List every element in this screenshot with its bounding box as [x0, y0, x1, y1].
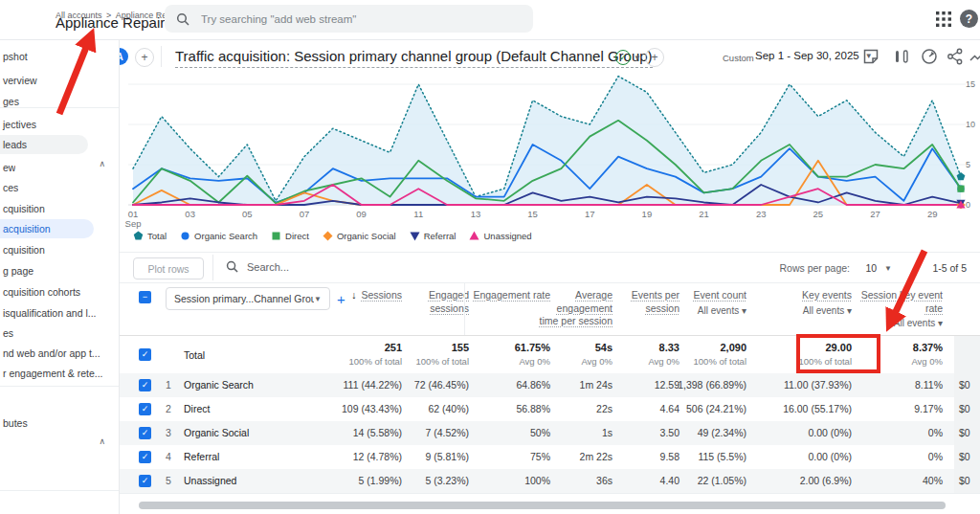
legend-item-direct[interactable]: Direct	[271, 231, 309, 241]
column-header-key-events[interactable]: Key eventsAll events ▾	[768, 289, 852, 317]
row-partial-cell: $0	[954, 445, 980, 469]
column-header-event-count[interactable]: Event countAll events ▾	[668, 289, 746, 317]
dimension-chevron-icon: ▼	[314, 295, 322, 303]
column-filter[interactable]: All events ▾	[668, 304, 746, 317]
help-icon[interactable]: ?	[960, 10, 978, 28]
dimension-selector[interactable]: Session primary...Channel Group) ▼	[166, 287, 330, 310]
rows-per-page-select[interactable]: 10 ▼	[865, 262, 892, 274]
circle-marker-icon	[180, 231, 190, 241]
row-channel-name[interactable]: Organic Search	[184, 373, 254, 397]
sidebar-item-ew[interactable]: ew	[0, 158, 15, 177]
search-icon	[176, 12, 189, 26]
column-filter[interactable]: All events ▾	[768, 304, 852, 317]
legend-label: Organic Search	[194, 231, 257, 241]
row-channel-name[interactable]: Organic Social	[184, 421, 249, 445]
sidebar-item-r-engagement-rete-[interactable]: r engagement & rete...	[0, 364, 102, 383]
add-report-button[interactable]: +	[135, 48, 154, 67]
column-header-sessions[interactable]: ↓ Sessions	[335, 289, 402, 302]
plot-rows-button[interactable]: Plot rows	[133, 257, 204, 279]
sidebar-item-g-page[interactable]: g page	[0, 261, 33, 280]
total-subtext: 100% of total	[746, 356, 852, 367]
apps-grid-icon[interactable]	[935, 11, 952, 28]
chevron-up-icon[interactable]: ∧	[99, 159, 105, 168]
legend-item-organic-social[interactable]: Organic Social	[323, 231, 396, 241]
column-header-engaged-sessions[interactable]: Engaged sessions	[410, 289, 469, 315]
row-channel-name[interactable]: Unassigned	[184, 469, 236, 493]
sort-descending-icon: ↓	[351, 289, 359, 301]
row-checkbox[interactable]: ✓	[139, 403, 151, 415]
row-channel-name[interactable]: Direct	[184, 397, 210, 421]
sidebar-item-cquisition[interactable]: cquisition	[0, 199, 45, 218]
row-checkbox[interactable]: ✓	[139, 379, 151, 391]
ga4-app: { "topbar": { "breadcrumb": {"root": "Al…	[0, 0, 980, 514]
row-partial-cell: $0	[954, 373, 980, 397]
sidebar-item-jectives[interactable]: jectives	[0, 115, 36, 134]
row-checkbox[interactable]: ✓	[139, 451, 151, 463]
legend-item-unassigned[interactable]: Unassigned	[469, 231, 531, 241]
horizontal-scrollbar[interactable]	[139, 502, 946, 509]
notes-icon[interactable]	[861, 47, 880, 66]
add-comparison-button[interactable]: +	[645, 48, 664, 67]
global-search[interactable]	[165, 5, 533, 33]
report-saved-check-icon[interactable]: ✓	[615, 50, 631, 65]
sidebar-item-acquisition[interactable]: acquisition	[0, 219, 94, 238]
sidebar-item-nd-web-and-or-app-t-[interactable]: nd web and/or app t...	[0, 344, 100, 363]
triangle-down-marker-icon	[410, 231, 420, 241]
report-state-chevron-icon[interactable]: ▼	[634, 54, 641, 62]
report-title[interactable]: Traffic acquisition: Session primary cha…	[175, 48, 653, 68]
sidebar-item-pshot[interactable]: pshot	[0, 47, 28, 66]
sidebar-item-section[interactable]	[0, 392, 3, 412]
row-cell: 22 (1.05%)	[632, 469, 746, 493]
table-search[interactable]: Search...	[226, 260, 289, 273]
x-axis-tick: 27	[861, 209, 890, 219]
x-axis-tick: 21	[690, 209, 719, 219]
sidebar-item-label: pshot	[3, 51, 28, 62]
table-controls: Plot rows Search... Rows per page: 10 ▼ …	[119, 252, 980, 283]
sidebar-item-es[interactable]: es	[0, 324, 13, 343]
sidebar-item-ges[interactable]: ges	[0, 92, 19, 111]
y-axis-tick: 5	[966, 160, 980, 169]
sidebar-item-isqualification-and-l-[interactable]: isqualification and l...	[0, 303, 96, 323]
legend-label: Total	[147, 231, 167, 241]
legend-item-organic-search[interactable]: Organic Search	[180, 231, 257, 241]
total-cell: 2,090100% of total	[641, 342, 746, 367]
pentagon-marker-icon	[133, 231, 144, 241]
column-filter[interactable]: All events ▾	[858, 317, 943, 329]
insights-gauge-icon[interactable]	[920, 47, 939, 66]
legend-label: Unassigned	[483, 231, 531, 241]
row-cell: 506 (24.21%)	[632, 397, 746, 421]
row-checkbox[interactable]: ✓	[139, 427, 151, 439]
sidebar-item-label: leads	[3, 139, 27, 150]
comparison-icon[interactable]	[892, 47, 911, 66]
sidebar-item-label: r engagement & rete...	[3, 368, 102, 379]
sidebar-item-cquisition-cohorts[interactable]: cquisition cohorts	[0, 282, 80, 302]
legend-item-total[interactable]: Total	[133, 231, 167, 241]
legend-label: Organic Social	[337, 231, 396, 241]
help-glyph: ?	[966, 12, 972, 26]
date-range-picker[interactable]: Sep 1 - Sep 30, 2025 ▼	[755, 50, 873, 61]
x-axis-tick: 11	[404, 209, 433, 219]
column-header-label: Sessions	[361, 289, 402, 301]
column-header-session-key-event-rate[interactable]: Session key event rateAll events ▾	[858, 289, 943, 329]
chart-legend: TotalOrganic SearchDirectOrganic SocialR…	[133, 231, 532, 241]
rows-per-page-chevron-icon: ▼	[884, 264, 892, 273]
sidebar-item-butes[interactable]: butes	[0, 413, 28, 433]
sidebar-item-leads[interactable]: leads	[0, 135, 88, 154]
select-all-checkbox[interactable]: −	[139, 291, 151, 303]
sidebar-item-verview[interactable]: verview	[0, 71, 37, 90]
row-channel-name[interactable]: Referral	[184, 445, 219, 469]
sidebar-item-cquisition[interactable]: cquisition	[0, 240, 45, 259]
row-checkbox[interactable]: ✓	[139, 475, 151, 487]
row-cell: 0%	[828, 445, 943, 469]
date-mode-label: Custom	[723, 53, 754, 63]
sessions-trend-chart[interactable]	[119, 75, 980, 209]
chevron-up-icon[interactable]: ∧	[99, 436, 105, 446]
table-row-unassigned: ✓5Unassigned5 (1.99%)5 (3.23%)100%36s4.4…	[119, 469, 980, 494]
sidebar-item-ces[interactable]: ces	[0, 178, 18, 197]
legend-item-referral[interactable]: Referral	[410, 231, 457, 241]
search-input[interactable]	[199, 12, 522, 26]
sparkline-insights-icon[interactable]	[969, 47, 980, 66]
share-icon[interactable]	[946, 47, 965, 66]
total-row-checkbox[interactable]: ✓	[139, 348, 151, 361]
column-header-average-engagement-time-per-session[interactable]: Average engagement time per session	[538, 289, 612, 328]
